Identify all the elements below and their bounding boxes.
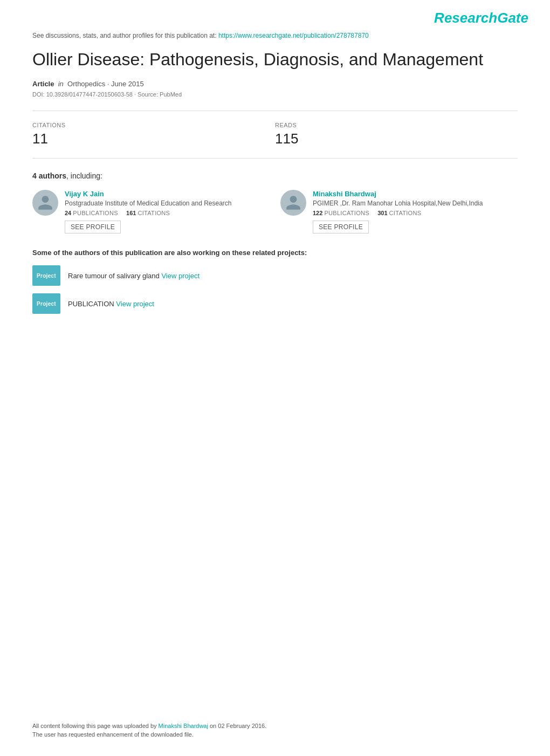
see-profile-button-2[interactable]: SEE PROFILE [313,221,369,233]
project-item-1: Project Rare tumour of salivary gland Vi… [32,265,518,286]
project-link-1[interactable]: View project [161,272,200,280]
person-icon-1 [37,194,54,211]
stats-divider [32,111,518,111]
related-heading: Some of the authors of this publication … [32,249,518,257]
author-avatar-2 [280,190,306,216]
author-affiliation-2: PGIMER ,Dr. Ram Manohar Lohia Hospital,N… [313,200,518,207]
author-card-2: Minakshi Bhardwaj PGIMER ,Dr. Ram Manoha… [280,190,518,233]
citations-block: CITATIONS 11 [32,122,275,147]
publication-link[interactable]: https://www.researchgate.net/publication… [218,32,369,39]
citations-value: 11 [32,130,275,147]
author-name-2[interactable]: Minakshi Bhardwaj [313,190,518,198]
article-in-label: in [56,80,67,88]
stats-row: CITATIONS 11 READS 115 [32,122,518,159]
reads-label: READS [275,122,518,128]
footer-author-link[interactable]: Minakshi Bhardwaj [159,723,208,729]
project-text-2: PUBLICATION View project [68,300,154,308]
project-text-1: Rare tumour of salivary gland View proje… [68,272,200,280]
author-stats-1: 24 PUBLICATIONS 161 CITATIONS [65,210,270,216]
footer-line-1: All content following this page was uplo… [32,723,518,729]
article-meta: Article in Orthopedics · June 2015 [32,79,518,88]
citations-label: CITATIONS [32,122,275,128]
article-title: Ollier Disease: Pathogenesis, Diagnosis,… [32,49,518,70]
project-link-2[interactable]: View project [116,300,154,308]
reads-value: 115 [275,130,518,147]
footer-line-2: The user has requested enhancement of th… [32,731,518,738]
author-card-1: Vijay K Jain Postgraduate Institute of M… [32,190,270,233]
header: ResearchGate [0,0,550,32]
article-journal: Orthopedics · June 2015 [67,80,144,88]
project-thumbnail-1: Project [32,265,60,286]
brand-logo: ResearchGate [434,10,528,26]
article-type: Article [32,80,56,88]
footer: All content following this page was uplo… [32,723,518,740]
see-profile-button-1[interactable]: SEE PROFILE [65,221,121,233]
main-content: See discussions, stats, and author profi… [0,32,550,314]
authors-grid: Vijay K Jain Postgraduate Institute of M… [32,190,518,233]
author-stats-2: 122 PUBLICATIONS 301 CITATIONS [313,210,518,216]
authors-section: 4 authors, including: Vijay K Jain Postg… [32,171,518,233]
person-icon-2 [285,194,302,211]
author-info-2: Minakshi Bhardwaj PGIMER ,Dr. Ram Manoha… [313,190,518,233]
project-item-2: Project PUBLICATION View project [32,293,518,314]
project-thumbnail-2: Project [32,293,60,314]
author-name-1[interactable]: Vijay K Jain [65,190,270,198]
related-section: Some of the authors of this publication … [32,249,518,314]
author-affiliation-1: Postgraduate Institute of Medical Educat… [65,200,270,207]
authors-heading: 4 authors, including: [32,171,518,180]
reads-block: READS 115 [275,122,518,147]
intro-text: See discussions, stats, and author profi… [32,32,518,39]
author-avatar-1 [32,190,58,216]
author-info-1: Vijay K Jain Postgraduate Institute of M… [65,190,270,233]
article-doi: DOI: 10.3928/01477447-20150603-58 · Sour… [32,91,518,98]
